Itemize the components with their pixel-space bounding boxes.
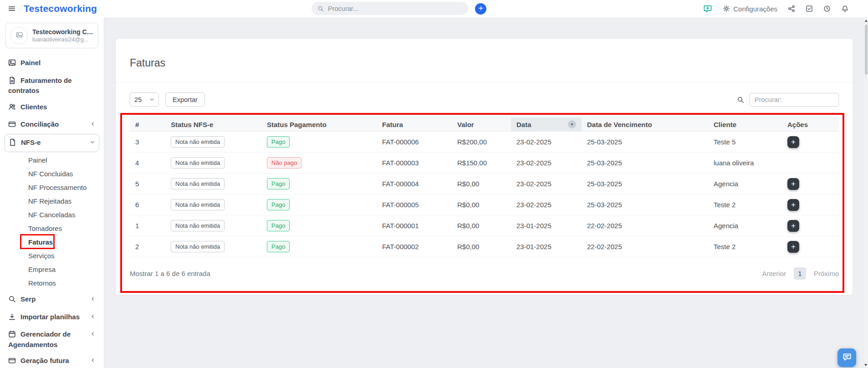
settings-button[interactable]: Configurações (723, 5, 777, 13)
sidebar-subitem-faturas[interactable]: Faturas (5, 235, 99, 249)
cell-vencimento: 25-03-2025 (582, 174, 708, 194)
menu-icon[interactable] (8, 5, 16, 13)
sidebar-item-gerenciador-de-agendamentos[interactable]: Gerenciador de Agendamentos (5, 326, 99, 353)
cell-vencimento: 22-02-2025 (582, 215, 708, 236)
pagination-next[interactable]: Próximo (814, 270, 839, 277)
file-text-icon (8, 77, 16, 87)
history-icon[interactable] (823, 5, 831, 12)
column-header-data-de-vencimento[interactable]: Data de Vencimento (582, 118, 708, 132)
column-header-data[interactable]: Data▾ (511, 118, 582, 132)
app-logo[interactable]: Testecoworking (24, 3, 97, 14)
cell-valor: R$0,00 (452, 194, 511, 215)
sidebar-item-clientes[interactable]: Clientes (5, 99, 99, 117)
sidebar-item-label: Gerenciador de Agendamentos (8, 330, 71, 348)
chat-widget-button[interactable] (837, 348, 856, 367)
scrollbar-down-arrow[interactable] (864, 364, 867, 366)
column-header-cliente[interactable]: Cliente (708, 118, 782, 132)
cell-index: 2 (130, 236, 165, 257)
file-icon (9, 138, 16, 148)
card-icon (8, 357, 16, 367)
sidebar-subitem-nf-rejeitadas[interactable]: NF Rejeitadas (5, 194, 99, 208)
chevron-down-icon (149, 97, 154, 102)
status-pagamento-badge: Pago (267, 199, 290, 211)
row-expand-button[interactable]: + (787, 220, 799, 232)
table-search-input[interactable] (750, 93, 839, 107)
cell-fatura: FAT-000002 (377, 236, 452, 257)
messages-icon[interactable] (703, 4, 712, 13)
share-icon[interactable] (788, 5, 795, 12)
status-nfse-badge: Nota não emitida (171, 136, 225, 148)
row-expand-button[interactable]: + (787, 136, 799, 148)
chevron-left-icon (90, 358, 96, 363)
cell-valor: R$200,00 (452, 132, 511, 153)
sidebar-item-label: Faturamento de contratos (8, 77, 72, 95)
users-icon (8, 103, 16, 113)
cell-data: 23-02-2025 (511, 174, 582, 194)
sidebar-item-faturamento-de-contratos[interactable]: Faturamento de contratos (5, 72, 99, 99)
sidebar-item-geracao-futura[interactable]: Geração futura (5, 353, 99, 368)
sidebar-item-label: Importar planilhas (20, 313, 80, 321)
notifications-icon[interactable] (841, 5, 849, 13)
sidebar-subitem-retornos[interactable]: Retornos (5, 276, 99, 290)
tasks-icon[interactable] (806, 5, 813, 12)
profile-card[interactable]: Testecoworking Co... luanaoliveirasi24@g… (5, 23, 98, 48)
column-header-num[interactable]: # (130, 118, 165, 132)
global-search-input[interactable] (328, 5, 462, 12)
sidebar-item-label: Serp (20, 295, 36, 303)
row-expand-button[interactable]: + (787, 178, 799, 190)
sidebar-subitem-tomadores[interactable]: Tomadores (5, 221, 99, 235)
pagination-previous[interactable]: Anterior (762, 270, 786, 277)
cell-index: 5 (130, 174, 165, 194)
calendar-icon (8, 330, 16, 340)
sidebar-subitem-empresa[interactable]: Empresa (5, 262, 99, 276)
cell-fatura: FAT-000003 (377, 153, 452, 174)
pagination-page-1[interactable]: 1 (794, 267, 806, 280)
sidebar-subitem-painel[interactable]: Painel (5, 153, 99, 167)
search-icon (737, 96, 744, 103)
cell-valor: R$0,00 (452, 174, 511, 194)
cell-cliente: Agencia (708, 215, 782, 236)
sort-dropdown-icon[interactable]: ▾ (568, 120, 576, 128)
status-nfse-badge: Nota não emitida (171, 241, 225, 253)
sidebar-item-painel[interactable]: Painel (5, 55, 99, 72)
sidebar-item-label: NFS-e (21, 138, 41, 146)
sidebar-item-label: Conciliação (20, 120, 59, 128)
sidebar-subitem-nf-processamento[interactable]: NF Processamento (5, 180, 99, 194)
table-row: 3Nota não emitidaPagoFAT-000006R$200,002… (130, 132, 839, 153)
chat-icon (842, 353, 852, 363)
column-header-status-nfs-e[interactable]: Status NFS-e (165, 118, 261, 132)
column-header-status-pagamento[interactable]: Status Pagamento (261, 118, 377, 132)
status-pagamento-badge: Pago (267, 241, 290, 253)
cell-valor: R$150,00 (452, 153, 511, 174)
profile-name: Testecoworking Co... (32, 28, 93, 36)
status-pagamento-badge: Pago (267, 178, 290, 190)
sidebar-subitem-servicos[interactable]: Serviços (5, 249, 99, 262)
sidebar-item-serp[interactable]: Serp (5, 291, 99, 309)
search-icon (317, 5, 324, 12)
row-expand-button[interactable]: + (787, 199, 799, 211)
settings-label: Configurações (733, 5, 777, 13)
main-content: Faturas 25 Exportar #Status NFS (104, 17, 868, 368)
column-header-fatura[interactable]: Fatura (377, 118, 452, 132)
table-row: 1Nota não emitidaPagoFAT-000001R$0,0023-… (130, 215, 839, 236)
export-button[interactable]: Exportar (165, 92, 205, 107)
sidebar-subitem-nf-concluidas[interactable]: NF Concluidas (5, 167, 99, 180)
column-header-acoes[interactable]: Ações (782, 118, 839, 132)
scrollbar-thumb[interactable] (865, 25, 868, 75)
sidebar-item-importar-planilhas[interactable]: Importar planilhas (5, 309, 99, 327)
column-header-valor[interactable]: Valor (452, 118, 511, 132)
cell-cliente: luana oliveira (708, 153, 782, 174)
sidebar-item-conciliacao[interactable]: Conciliação (5, 116, 99, 134)
sidebar-subitem-nf-canceladas[interactable]: NF Canceladas (5, 208, 99, 221)
row-expand-button[interactable]: + (787, 241, 799, 253)
page-size-select[interactable]: 25 (130, 92, 159, 107)
scrollbar-up-arrow[interactable] (865, 20, 868, 22)
sidebar-item-nfse[interactable]: NFS-e (5, 134, 99, 153)
sidebar-item-label: Painel (20, 59, 41, 66)
quick-add-button[interactable] (475, 3, 486, 15)
page-scrollbar[interactable] (864, 17, 868, 368)
page-size-value: 25 (134, 96, 142, 103)
global-search[interactable] (311, 2, 468, 15)
cell-vencimento: 25-03-2025 (582, 194, 708, 215)
pagination: Anterior 1 Próximo (762, 267, 839, 280)
